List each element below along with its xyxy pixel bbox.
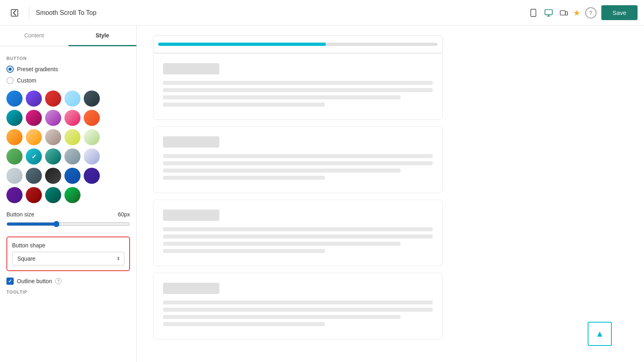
skeleton-line-0-2: [163, 95, 400, 99]
color-swatch-23[interactable]: [45, 168, 61, 184]
button-section-label: BUTTON: [6, 56, 130, 61]
preview-progress-bar: [158, 43, 438, 46]
skeleton-line-1-0: [163, 154, 433, 158]
preview-url-bar: [153, 35, 443, 53]
skeleton-line-1-3: [163, 176, 325, 180]
topbar-right-actions: ★ ? Save: [573, 5, 638, 20]
color-swatch-4[interactable]: [64, 90, 80, 107]
color-swatch-29[interactable]: [64, 187, 80, 203]
skeleton-line-3-3: [163, 322, 325, 326]
color-swatch-5[interactable]: [84, 90, 100, 107]
skeleton-line-3-1: [163, 308, 433, 312]
device-toggle-group: [529, 8, 568, 17]
color-swatch-9[interactable]: [64, 110, 80, 126]
button-size-section: Button size 60px: [6, 211, 130, 228]
preview-wrapper: [153, 35, 628, 346]
color-swatch-6[interactable]: [6, 110, 23, 126]
color-swatch-28[interactable]: [45, 187, 61, 203]
button-shape-select-wrapper: Square Rounded Circle ⬍: [12, 252, 124, 265]
outline-button-info-icon[interactable]: ?: [55, 278, 62, 284]
tablet-icon[interactable]: [529, 8, 538, 17]
color-swatch-3[interactable]: [45, 90, 61, 107]
button-shape-select[interactable]: Square Rounded Circle: [12, 252, 124, 265]
skeleton-title-3: [163, 283, 219, 294]
skeleton-line-2-3: [163, 249, 325, 253]
skeleton-line-3-0: [163, 300, 433, 304]
svg-rect-6: [560, 10, 566, 15]
color-swatch-8[interactable]: [45, 110, 61, 126]
button-size-label: Button size: [6, 211, 34, 218]
radio-custom-indicator: [6, 77, 14, 84]
skeleton-line-2-1: [163, 234, 433, 239]
svg-rect-1: [530, 9, 536, 16]
color-swatch-22[interactable]: [26, 168, 42, 184]
color-swatch-14[interactable]: [64, 129, 80, 145]
star-icon[interactable]: ★: [573, 8, 580, 18]
color-swatch-18[interactable]: [45, 148, 61, 165]
skeleton-line-1-1: [163, 161, 433, 165]
sidebar-content: BUTTON Preset gradients Custom Button si…: [0, 46, 136, 306]
preview-card-0: [153, 53, 443, 120]
tab-style[interactable]: Style: [68, 26, 137, 46]
svg-rect-7: [565, 12, 568, 15]
color-swatch-13[interactable]: [45, 129, 61, 145]
preview-cards: [153, 53, 628, 346]
preview-card-2: [153, 200, 443, 266]
skeleton-title-1: [163, 136, 219, 148]
outline-button-checkbox[interactable]: [6, 278, 14, 285]
responsive-icon[interactable]: [559, 8, 568, 17]
sidebar: Content Style BUTTON Preset gradients Cu…: [0, 26, 137, 362]
skeleton-line-0-3: [163, 103, 325, 107]
outline-button-label: Outline button: [17, 278, 52, 284]
sidebar-tabs: Content Style: [0, 26, 136, 46]
tab-content[interactable]: Content: [0, 26, 68, 46]
scroll-up-icon: ▲: [595, 329, 604, 339]
svg-rect-0: [11, 9, 18, 16]
skeleton-line-0-0: [163, 81, 433, 85]
color-swatch-10[interactable]: [84, 110, 100, 126]
color-swatch-11[interactable]: [6, 129, 23, 145]
color-swatch-24[interactable]: [64, 168, 80, 184]
preview-card-3: [153, 273, 443, 339]
gradient-radio-group: Preset gradients Custom: [6, 66, 130, 84]
button-shape-section: Button shape Square Rounded Circle ⬍: [6, 237, 130, 271]
color-swatch-1[interactable]: [6, 90, 23, 107]
color-swatch-7[interactable]: [26, 110, 42, 126]
color-swatch-27[interactable]: [26, 187, 42, 203]
color-swatch-12[interactable]: [26, 129, 42, 145]
button-shape-label: Button shape: [12, 242, 124, 249]
radio-preset[interactable]: Preset gradients: [6, 66, 130, 73]
outline-button-row: Outline button ?: [6, 278, 130, 285]
skeleton-line-0-1: [163, 88, 433, 92]
skeleton-line-2-2: [163, 242, 400, 246]
main-preview: ▲: [137, 26, 644, 362]
page-title: Smooth Scroll To Top: [36, 9, 524, 16]
color-swatch-17[interactable]: [26, 148, 42, 165]
radio-custom[interactable]: Custom: [6, 77, 130, 84]
color-swatch-16[interactable]: [6, 148, 23, 165]
radio-preset-indicator: [6, 66, 14, 73]
skeleton-line-2-0: [163, 227, 433, 231]
back-button[interactable]: [6, 5, 23, 21]
radio-preset-label: Preset gradients: [17, 66, 58, 72]
scroll-to-top-button[interactable]: ▲: [588, 322, 612, 346]
skeleton-line-3-2: [163, 315, 400, 319]
desktop-icon[interactable]: [544, 8, 553, 17]
button-size-value: 60px: [118, 211, 130, 218]
color-swatch-21[interactable]: [6, 168, 23, 184]
save-button[interactable]: Save: [601, 5, 638, 20]
preview-card-1: [153, 126, 443, 193]
topbar: Smooth Scroll To Top ★ ? Save: [0, 0, 644, 26]
button-size-slider[interactable]: [6, 221, 130, 227]
color-swatch-15[interactable]: [84, 129, 100, 145]
help-icon[interactable]: ?: [585, 7, 597, 19]
main-layout: Content Style BUTTON Preset gradients Cu…: [0, 26, 644, 362]
topbar-divider: [29, 6, 29, 19]
color-swatch-26[interactable]: [6, 187, 23, 203]
color-swatch-20[interactable]: [84, 148, 100, 165]
color-swatch-2[interactable]: [26, 90, 42, 107]
skeleton-title-2: [163, 210, 219, 221]
color-swatch-25[interactable]: [84, 168, 100, 184]
radio-custom-label: Custom: [17, 77, 36, 84]
color-swatch-19[interactable]: [64, 148, 80, 165]
